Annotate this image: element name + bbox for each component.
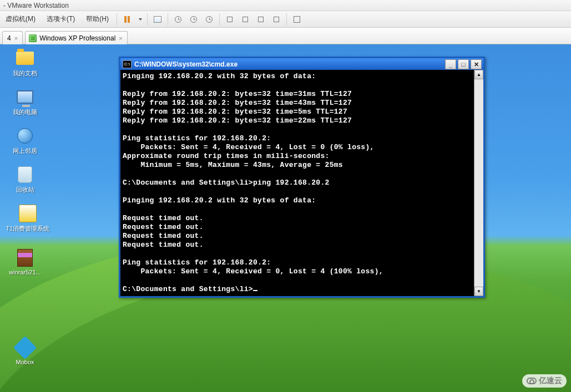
chevron-down-icon (139, 18, 142, 21)
cmd-scrollbar[interactable]: ▲ ▼ (474, 70, 483, 296)
watermark-text: 亿速云 (539, 376, 562, 386)
desktop-icon-mobox[interactable]: Mobox (6, 338, 44, 365)
dropdown-button[interactable] (136, 13, 144, 26)
tab-4-label: 4 (7, 34, 11, 42)
cmd-output[interactable]: Pinging 192.168.20.2 with 32 bytes of da… (120, 70, 474, 296)
cmd-window[interactable]: C:\ C:\WINDOWS\system32\cmd.exe _ □ ✕ Pi… (119, 57, 485, 298)
desktop-icon-recycle[interactable]: 回收站 (6, 165, 44, 194)
view-button-1[interactable] (223, 13, 236, 26)
menu-help[interactable]: 帮助(H) (80, 14, 114, 24)
xp-desktop[interactable]: 我的文档 我的电脑 网上邻居 回收站 T1消费管理系统 winrar521...… (0, 44, 571, 392)
network-icon (16, 126, 34, 145)
revert-button[interactable] (187, 13, 200, 26)
separator (147, 13, 148, 26)
pause-icon (124, 16, 130, 23)
separator (219, 13, 220, 26)
icon-label: winrar521... (6, 269, 44, 276)
vmware-toolbar: 虚拟机(M) 选项卡(T) 帮助(H) (0, 11, 571, 28)
fullscreen-button[interactable] (290, 13, 304, 26)
square-icon (242, 17, 248, 22)
menu-vm[interactable]: 虚拟机(M) (0, 14, 41, 24)
minimize-button[interactable]: _ (445, 59, 456, 69)
computer-icon (16, 88, 34, 106)
maximize-button[interactable]: □ (458, 59, 469, 69)
view-button-3[interactable] (254, 13, 267, 26)
scroll-track[interactable] (474, 79, 483, 287)
close-button[interactable]: ✕ (471, 59, 482, 69)
icon-label: T1消费管理系统 (6, 225, 50, 233)
snapshot-button[interactable] (171, 13, 185, 26)
manage-snapshots-button[interactable] (203, 13, 216, 26)
watermark: 亿速云 (522, 374, 567, 388)
scroll-down-button[interactable]: ▼ (474, 287, 483, 296)
separator (117, 13, 117, 26)
app-icon (18, 204, 37, 223)
square-icon (258, 17, 264, 22)
vmware-title-bar: - VMware Workstation (0, 0, 571, 11)
xp-icon (29, 34, 37, 42)
separator (168, 13, 168, 26)
vmware-title: - VMware Workstation (3, 2, 69, 9)
icon-label: 回收站 (6, 186, 44, 194)
desktop-icon-my-computer[interactable]: 我的电脑 (6, 88, 44, 116)
square-icon (227, 17, 233, 22)
desktop-icon-network[interactable]: 网上邻居 (6, 126, 44, 155)
icon-label: Mobox (6, 359, 44, 365)
tab-xp-label: Windows XP Professional (39, 34, 115, 42)
square-icon (274, 17, 279, 22)
clock-manage-icon (206, 16, 213, 23)
tab-4[interactable]: 4 × (2, 31, 23, 44)
cmd-icon: C:\ (123, 60, 132, 68)
scroll-up-button[interactable]: ▲ (474, 70, 483, 79)
close-icon[interactable]: × (14, 35, 18, 42)
view-button-2[interactable] (239, 13, 252, 26)
keys-icon (154, 16, 161, 23)
tab-windows-xp[interactable]: Windows XP Professional × (25, 31, 128, 44)
desktop-icon-my-documents[interactable]: 我的文档 (6, 49, 44, 78)
pause-button[interactable] (120, 13, 134, 26)
vmware-tabbar: 4 × Windows XP Professional × (0, 28, 571, 44)
mobox-icon (16, 338, 34, 357)
icon-label: 网上邻居 (6, 147, 44, 155)
icon-label: 我的电脑 (6, 108, 44, 116)
recycle-icon (16, 165, 34, 184)
separator (286, 13, 287, 26)
clock-icon (175, 16, 181, 23)
cmd-title-text: C:\WINDOWS\system32\cmd.exe (134, 60, 238, 68)
clock-revert-icon (190, 16, 197, 23)
close-icon[interactable]: × (119, 35, 122, 42)
desktop-icon-t1app[interactable]: T1消费管理系统 (6, 204, 50, 233)
cmd-body: Pinging 192.168.20.2 with 32 bytes of da… (120, 70, 483, 296)
watermark-icon (527, 378, 537, 384)
folder-icon (16, 49, 34, 68)
send-keys-button[interactable] (151, 13, 164, 26)
rar-icon (16, 248, 34, 267)
fullscreen-icon (294, 16, 300, 23)
view-button-4[interactable] (270, 13, 283, 26)
icon-label: 我的文档 (6, 69, 44, 78)
menu-tabs[interactable]: 选项卡(T) (41, 14, 80, 24)
cmd-titlebar[interactable]: C:\ C:\WINDOWS\system32\cmd.exe _ □ ✕ (120, 57, 483, 70)
desktop-icon-winrar[interactable]: winrar521... (6, 248, 44, 276)
